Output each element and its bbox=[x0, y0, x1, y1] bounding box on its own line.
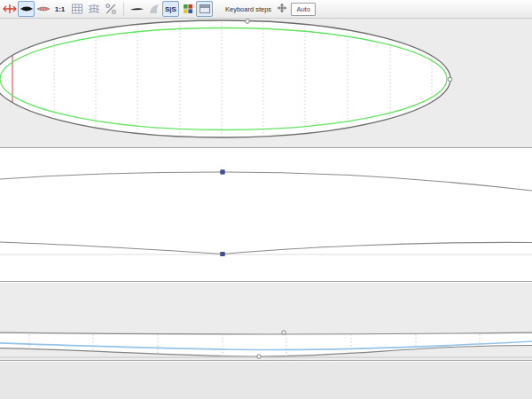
outline-control-point-tail[interactable] bbox=[448, 77, 452, 82]
panel-layout-button[interactable] bbox=[196, 1, 213, 17]
spin-template-button[interactable]: S|S bbox=[162, 1, 179, 17]
mesh-grid-icon bbox=[87, 2, 101, 16]
colors-button[interactable] bbox=[179, 1, 196, 17]
actual-size-label: 1:1 bbox=[55, 5, 66, 13]
bottom-control-point[interactable] bbox=[221, 252, 224, 255]
keyboard-step-icon[interactable] bbox=[277, 1, 287, 17]
deck-curve[interactable] bbox=[0, 172, 532, 191]
rocker-control-point-deck[interactable] bbox=[282, 331, 286, 334]
color-squares-icon bbox=[181, 2, 195, 16]
outline-view-panel[interactable] bbox=[0, 19, 532, 147]
crosssection-view-button[interactable] bbox=[35, 1, 51, 17]
empty-bottom-area bbox=[0, 362, 532, 399]
grid-icon bbox=[70, 2, 84, 16]
profile-view-button[interactable] bbox=[129, 1, 145, 17]
fin-button[interactable] bbox=[145, 1, 162, 17]
deck-control-point[interactable] bbox=[221, 170, 224, 174]
measure-button[interactable] bbox=[102, 1, 119, 17]
board-profile-icon bbox=[129, 2, 145, 16]
board-outline-icon bbox=[20, 2, 34, 16]
grid-button[interactable] bbox=[68, 1, 85, 17]
keyboard-steps-label: Keyboard steps bbox=[225, 5, 271, 13]
flip-tool-button[interactable] bbox=[1, 1, 18, 17]
toolbar-separator bbox=[123, 3, 124, 16]
percent-icon bbox=[104, 2, 118, 16]
actual-size-button[interactable]: 1:1 bbox=[51, 1, 68, 17]
fin-icon bbox=[147, 2, 161, 16]
rocker-view-panel[interactable] bbox=[0, 283, 532, 360]
window-icon bbox=[198, 2, 212, 16]
crosssection-icon bbox=[36, 2, 51, 16]
red-move-arrows-icon bbox=[3, 2, 17, 16]
outline-view-button[interactable] bbox=[18, 1, 35, 17]
outline-control-point-top[interactable] bbox=[246, 20, 250, 24]
rocker-control-point-bottom[interactable] bbox=[257, 355, 261, 358]
rocker-board-shape[interactable] bbox=[0, 332, 532, 356]
spin-template-label: S|S bbox=[165, 5, 176, 13]
keyboard-steps-auto-input[interactable]: Auto bbox=[291, 3, 316, 16]
profile-view-panel[interactable] bbox=[0, 149, 532, 281]
mesh-button[interactable] bbox=[85, 1, 102, 17]
boardcad-window: 1:1 bbox=[0, 0, 532, 399]
toolbar: 1:1 bbox=[0, 0, 532, 19]
profile-bottom-curve[interactable] bbox=[0, 242, 532, 254]
